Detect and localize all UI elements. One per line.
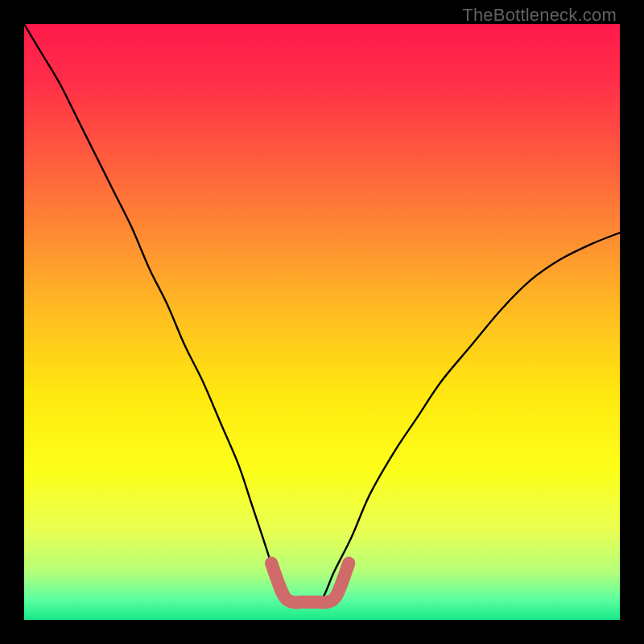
plot-area (24, 24, 620, 620)
chart-frame: TheBottleneck.com (0, 0, 644, 644)
watermark-text: TheBottleneck.com (462, 5, 617, 26)
bottleneck-curve (24, 24, 620, 620)
